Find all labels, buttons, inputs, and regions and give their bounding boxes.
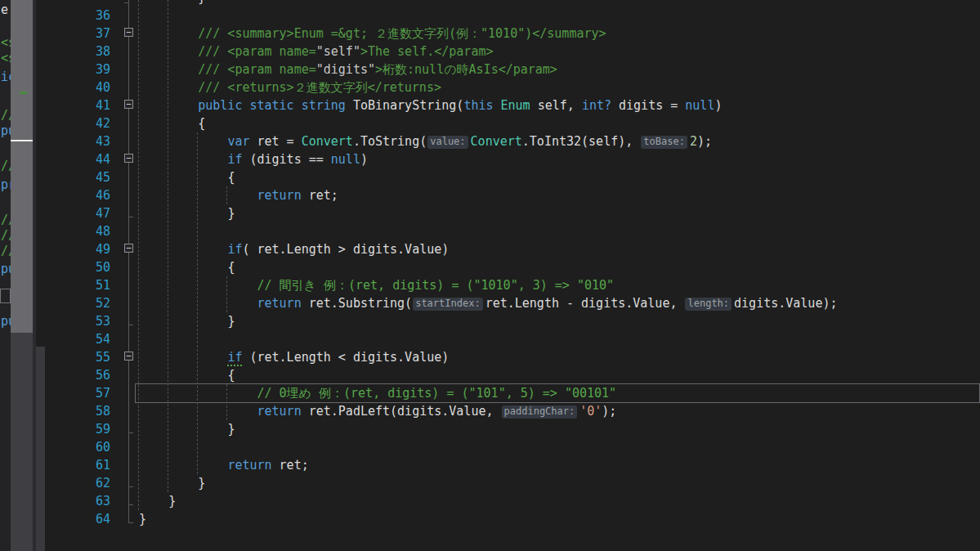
code-token: .ToInt32(self), xyxy=(522,134,641,149)
code-line-43[interactable]: var ret = Convert.ToString(value:Convert… xyxy=(139,132,712,150)
code-token: '0' xyxy=(579,404,602,419)
code-token: } xyxy=(168,494,176,508)
code-token: { xyxy=(227,260,235,275)
code-token: /// <param name= xyxy=(198,62,316,77)
code-line-62[interactable]: } xyxy=(139,474,205,492)
indent xyxy=(139,188,257,203)
code-token: 2 xyxy=(690,134,697,149)
code-area[interactable]: } /// <summary>Enum =&gt; ２進数文字列(例："1010… xyxy=(0,0,980,551)
code-token: int? xyxy=(582,98,611,113)
code-line-44[interactable]: if (digits == null) xyxy=(139,150,368,168)
code-token: ( ret.Length > digits.Value) xyxy=(242,242,449,257)
code-token: ) xyxy=(714,98,722,113)
indent xyxy=(139,368,227,383)
code-token: /// <summary>Enum =&gt; ２進数文字列(例："1010")… xyxy=(198,26,606,41)
code-line-59[interactable]: } xyxy=(139,420,235,438)
inline-parameter-hint: startIndex: xyxy=(413,298,482,311)
code-token: >桁数:nullの時AsIs</param> xyxy=(375,62,557,77)
code-token: } xyxy=(198,0,205,5)
code-line-63[interactable]: } xyxy=(139,492,176,510)
code-token: if xyxy=(227,350,242,366)
code-token: digits = xyxy=(611,98,685,113)
code-line-52[interactable]: return ret.Substring(startIndex:ret.Leng… xyxy=(139,294,838,312)
code-token: // 0埋め 例：(ret, digits) = ("101", 5) => "… xyxy=(257,386,617,401)
code-token: } xyxy=(227,422,235,437)
code-token: ret.Substring( xyxy=(302,296,412,311)
code-token: Convert xyxy=(471,134,522,149)
indent xyxy=(139,0,198,5)
code-line-49[interactable]: if( ret.Length > digits.Value) xyxy=(139,240,449,258)
code-token: (ret.Length < digits.Value) xyxy=(242,350,449,365)
code-line-57[interactable]: // 0埋め 例：(ret, digits) = ("101", 5) => "… xyxy=(139,384,616,402)
code-token: self, xyxy=(530,98,582,113)
code-token: "self" xyxy=(316,44,360,59)
code-line-64[interactable]: } xyxy=(139,510,146,528)
indent xyxy=(139,206,227,221)
code-token: { xyxy=(227,368,235,383)
code-line-35-partial[interactable]: } xyxy=(139,0,205,7)
code-token: ) xyxy=(360,152,368,167)
indent xyxy=(139,44,198,59)
code-line-53[interactable]: } xyxy=(139,312,235,330)
code-token: ret; xyxy=(302,188,338,203)
indent xyxy=(139,62,198,77)
code-line-37[interactable]: /// <summary>Enum =&gt; ２進数文字列(例："1010")… xyxy=(139,25,606,43)
indent xyxy=(139,422,227,437)
indent xyxy=(139,242,227,257)
code-line-39[interactable]: /// <param name="digits">桁数:nullの時AsIs</… xyxy=(139,60,557,78)
indent xyxy=(139,278,257,293)
indent xyxy=(139,152,227,167)
code-line-47[interactable]: } xyxy=(139,204,235,222)
code-line-50[interactable]: { xyxy=(139,258,235,276)
code-token: >The self.</param> xyxy=(360,44,494,59)
code-line-38[interactable]: /// <param name="self">The self.</param> xyxy=(139,43,494,60)
code-line-55[interactable]: if (ret.Length < digits.Value) xyxy=(139,348,449,366)
code-line-41[interactable]: public static string ToBinaryString(this… xyxy=(139,96,722,114)
code-token: } xyxy=(198,476,205,491)
code-token: { xyxy=(227,170,235,185)
code-token: var xyxy=(227,134,249,149)
indent xyxy=(139,26,198,41)
code-line-51[interactable]: // 間引き 例：(ret, digits) = ("1010", 3) => … xyxy=(139,276,614,294)
code-line-58[interactable]: return ret.PadLeft(digits.Value, padding… xyxy=(139,402,616,420)
code-token: null xyxy=(331,152,360,167)
code-line-45[interactable]: { xyxy=(139,168,235,186)
indent xyxy=(139,296,257,311)
code-line-40[interactable]: /// <returns>２進数文字列</returns> xyxy=(139,78,441,96)
code-line-56[interactable]: { xyxy=(139,366,235,384)
code-token: .ToString( xyxy=(353,134,427,149)
code-token: ToBinaryString( xyxy=(353,98,463,113)
code-token: } xyxy=(227,314,235,329)
indent xyxy=(139,404,257,419)
code-line-61[interactable]: return ret; xyxy=(139,456,309,474)
code-token: "digits" xyxy=(316,62,375,77)
indent xyxy=(139,314,227,329)
code-token: if xyxy=(227,242,242,257)
indent xyxy=(139,260,227,275)
code-token: digits.Value); xyxy=(734,296,837,311)
inline-parameter-hint: paddingChar: xyxy=(502,405,578,419)
code-token: public static string xyxy=(198,98,353,113)
code-token: Convert xyxy=(302,134,353,149)
code-token: return xyxy=(257,404,302,419)
inline-parameter-hint: value: xyxy=(427,136,468,149)
code-token: Enum xyxy=(501,98,530,113)
code-token: if xyxy=(227,152,242,167)
code-token: ret.Length - digits.Value, xyxy=(486,296,685,311)
code-token: } xyxy=(227,206,235,221)
indent xyxy=(139,80,198,95)
code-token: ret; xyxy=(272,458,309,473)
indent xyxy=(139,170,227,185)
code-line-42[interactable]: { xyxy=(139,114,205,132)
inline-parameter-hint: length: xyxy=(685,298,732,311)
code-token: this xyxy=(463,98,500,113)
code-line-46[interactable]: return ret; xyxy=(139,186,338,204)
code-token: /// <param name= xyxy=(198,44,316,59)
indent xyxy=(139,386,257,401)
indent xyxy=(139,350,227,365)
code-token: ret.PadLeft(digits.Value, xyxy=(302,404,501,419)
code-token: { xyxy=(198,116,205,131)
code-token: (digits == xyxy=(242,152,330,167)
code-token: ); xyxy=(697,134,712,149)
code-token: null xyxy=(685,98,714,113)
